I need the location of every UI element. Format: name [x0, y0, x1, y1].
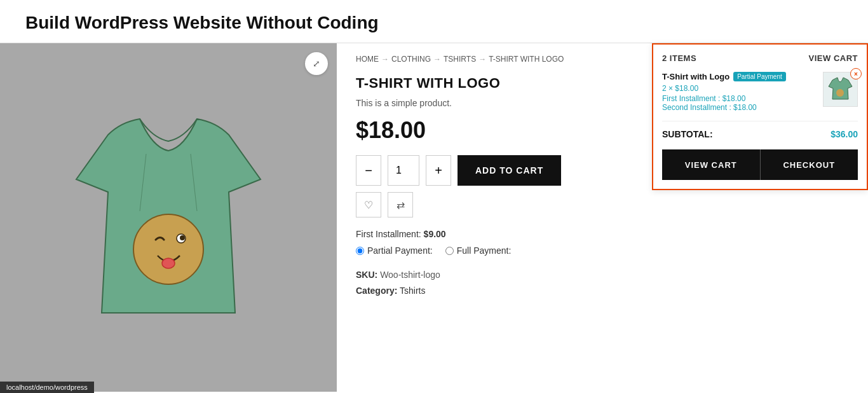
- partial-payment-badge: Partial Payment: [733, 72, 786, 81]
- product-image-area: ⤢: [0, 43, 337, 392]
- quantity-decrease-button[interactable]: −: [356, 155, 381, 186]
- cart-header: 2 ITEMS VIEW CART: [662, 53, 858, 63]
- expand-button[interactable]: ⤢: [305, 52, 328, 75]
- checkout-button[interactable]: CHECKOUT: [761, 149, 858, 180]
- cart-item-info: T-Shirt with Logo Partial Payment 2 × $1…: [662, 72, 817, 112]
- cart-item: T-Shirt with Logo Partial Payment 2 × $1…: [662, 72, 858, 112]
- sku-row: SKU: Woo-tshirt-logo: [356, 267, 849, 283]
- cart-item-remove-button[interactable]: ×: [850, 68, 862, 79]
- compare-icon: ⇄: [397, 199, 405, 211]
- breadcrumb-sep-3: →: [478, 55, 486, 64]
- partial-payment-label: Partial Payment:: [367, 245, 433, 256]
- svg-point-6: [836, 89, 844, 97]
- product-image-svg: [57, 97, 280, 338]
- breadcrumb-home[interactable]: HOME: [356, 55, 379, 64]
- category-value[interactable]: Tshirts: [400, 286, 425, 296]
- cart-item-qty: 2 × $18.00: [662, 84, 817, 93]
- partial-payment-option[interactable]: Partial Payment:: [356, 245, 433, 256]
- wishlist-button[interactable]: ♡: [356, 192, 381, 217]
- compare-button[interactable]: ⇄: [388, 192, 413, 217]
- cart-item-name-row: T-Shirt with Logo Partial Payment: [662, 72, 817, 81]
- breadcrumb-sep-1: →: [381, 55, 389, 64]
- full-payment-option[interactable]: Full Payment:: [445, 245, 512, 256]
- heart-icon: ♡: [364, 199, 373, 211]
- cart-items-count: 2 ITEMS: [662, 53, 696, 63]
- breadcrumb-tshirts[interactable]: TSHIRTS: [444, 55, 476, 64]
- cart-subtotal: SUBTOTAL: $36.00: [662, 121, 858, 139]
- sku-value: Woo-tshirt-logo: [380, 270, 440, 280]
- svg-point-0: [133, 214, 203, 284]
- installment-text: First Installment: $9.00: [356, 229, 849, 239]
- view-cart-header-link[interactable]: VIEW CART: [809, 53, 858, 63]
- product-meta: SKU: Woo-tshirt-logo Category: Tshirts: [356, 267, 849, 299]
- category-label: Category:: [356, 286, 397, 296]
- action-row: ♡ ⇄: [356, 192, 849, 217]
- partial-payment-radio[interactable]: [356, 247, 364, 255]
- subtotal-amount: $36.00: [831, 129, 858, 139]
- cart-dropdown: 2 ITEMS VIEW CART T-Shirt with Logo Part…: [652, 43, 868, 190]
- category-row: Category: Tshirts: [356, 283, 849, 299]
- breadcrumb-current: T-SHIRT WITH LOGO: [489, 55, 564, 64]
- breadcrumb-sep-2: →: [433, 55, 441, 64]
- quantity-input[interactable]: [388, 155, 419, 186]
- installment-amount: $9.00: [424, 229, 446, 239]
- cart-first-installment: First Installment : $18.00: [662, 94, 817, 103]
- site-title: Build WordPress Website Without Coding: [25, 13, 843, 33]
- status-url: localhost/demo/wordpress: [6, 383, 88, 391]
- cart-action-buttons: VIEW CART CHECKOUT: [662, 149, 858, 180]
- payment-options: Partial Payment: Full Payment:: [356, 245, 849, 256]
- svg-point-3: [162, 258, 175, 268]
- breadcrumb-clothing[interactable]: CLOTHING: [391, 55, 431, 64]
- sku-label: SKU:: [356, 270, 377, 280]
- full-payment-label: Full Payment:: [457, 245, 512, 256]
- svg-point-2: [180, 235, 185, 240]
- cart-item-name-text: T-Shirt with Logo: [662, 72, 729, 81]
- main-content: ⤢ HOME → CLOTHING → TSHIRTS → T-SHIRT WI…: [0, 43, 868, 392]
- cart-item-thumbnail: [826, 75, 855, 104]
- quantity-increase-button[interactable]: +: [426, 155, 451, 186]
- expand-icon: ⤢: [313, 59, 320, 69]
- view-cart-button[interactable]: VIEW CART: [662, 149, 761, 180]
- site-header: Build WordPress Website Without Coding: [0, 0, 868, 43]
- product-image-bg: ⤢: [0, 43, 337, 392]
- status-bar: localhost/demo/wordpress: [0, 382, 94, 393]
- cart-second-installment: Second Installment : $18.00: [662, 103, 817, 112]
- subtotal-label: SUBTOTAL:: [662, 129, 713, 139]
- full-payment-radio[interactable]: [445, 247, 454, 255]
- installment-label: First Installment:: [356, 229, 421, 239]
- add-to-cart-button[interactable]: ADD TO CART: [458, 155, 561, 186]
